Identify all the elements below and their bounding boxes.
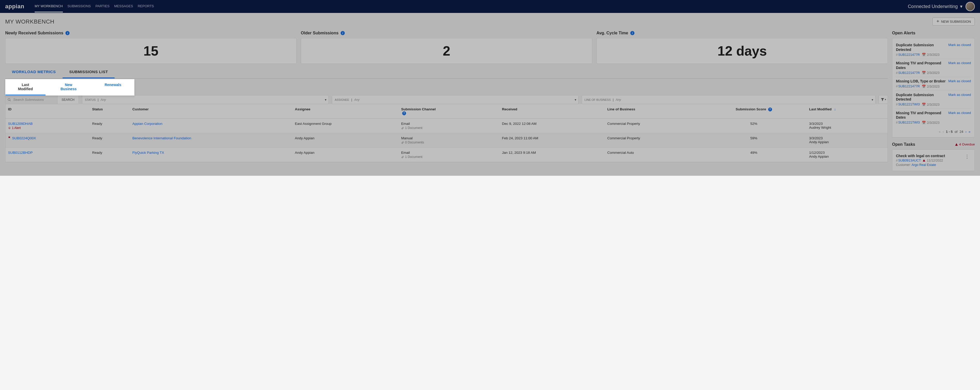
documents-line: 1 Document [401,155,497,159]
task-customer-link[interactable]: Argo Real Estate [912,163,936,167]
score-cell: 52% [701,119,807,133]
help-icon[interactable]: ? [402,111,406,115]
alert-title: Duplicate Submission Detected [896,93,946,102]
pager-prev-icon[interactable]: ‹ [943,130,944,134]
open-alerts-title: Open Alerts [892,31,975,35]
task-item: Check with legal on contract#SUB0913AUCT… [895,152,972,168]
tab-submissions-list[interactable]: SUBMISSIONS LIST [63,66,115,78]
alert-sub-link[interactable]: SUB1221TWI3 [898,121,920,124]
task-sub-link[interactable]: SUB0913AUCT [898,159,921,162]
mark-closed-link[interactable]: Mark as closed [948,79,971,83]
app-name-dropdown[interactable]: Connected Underwriting ▾ [908,4,963,9]
pager-next-icon[interactable]: › [965,130,966,134]
alert-item: Missing LOB, Type or Broker#SUB1221477R📅… [895,77,972,91]
nav-my-workbench[interactable]: MY WORKBENCH [35,0,63,13]
lob-filter-value: Any [616,98,621,101]
alert-sub-link[interactable]: SUB1221TWI3 [898,103,920,106]
received-cell: Feb 24, 2023 11:00 AM [500,133,605,147]
nav-messages[interactable]: MESSAGES [114,0,133,13]
lob-cell: Commercial Auto [605,147,701,162]
alert-sub-link[interactable]: SUB1221477R [898,71,920,75]
customer-link[interactable]: Benevolence International Foundation [132,136,191,140]
kpi-older-label: Older Submissions [301,31,339,35]
lob-cell: Commercial Property [605,119,701,133]
alert-date: 2/3/2023 [927,103,940,106]
mark-closed-link[interactable]: Mark as closed [948,61,971,65]
col-channel[interactable]: Submission Channel ? [399,104,500,119]
mark-closed-link[interactable]: Mark as closed [948,43,971,47]
caret-down-icon: ▾ [575,98,576,101]
col-assignee[interactable]: Assignee [292,104,399,119]
nav-reports[interactable]: REPORTS [138,0,154,13]
lob-filter[interactable]: LINE OF BUSINESS | Any ▾ [582,95,875,104]
help-icon[interactable]: ? [768,108,772,111]
search-button[interactable]: SEARCH [57,95,79,104]
col-lob[interactable]: Line of Business [605,104,701,119]
hash-icon: # [896,53,898,57]
col-status[interactable]: Status [89,104,130,119]
search-icon [8,98,11,101]
kpi-newly-label: Newly Received Submissions [5,31,64,35]
tab-new-business[interactable]: New Business [46,79,92,95]
warning-icon [955,143,958,146]
calendar-icon: 📅 [922,103,926,106]
page-title: MY WORKBENCH [5,18,54,25]
col-score-label: Submission Score [736,107,766,111]
filter-icon-button[interactable]: ▾ [878,95,888,104]
alert-sub-link[interactable]: SUB1221477R [898,84,920,88]
lob-cell: Commercial Property [605,133,701,147]
alert-item: Missing TIV and Proposed Dates#SUB122147… [895,59,972,77]
col-customer[interactable]: Customer [130,104,292,119]
flag-icon [8,136,11,139]
mark-closed-link[interactable]: Mark as closed [948,93,971,97]
tab-renewals[interactable]: Renewals [92,79,134,95]
channel-cell: Email1 Document [399,119,500,133]
submission-id-link[interactable]: SUB0112BHDP [8,151,33,155]
calendar-icon: 📅 [922,121,926,125]
received-cell: Jan 12, 2023 9:18 AM [500,147,605,162]
kpi-cycle-label: Avg. Cycle Time [597,31,628,35]
customer-link[interactable]: FlyQuick Parking TX [132,151,164,155]
score-cell: 59% [701,133,807,147]
last-modified-cell: 3/3/2023Audrey Wright [807,119,888,133]
assignee-filter[interactable]: ASSIGNEE | Any ▾ [332,95,579,104]
hash-icon: # [896,121,898,124]
top-nav: appian MY WORKBENCH SUBMISSIONS PARTIES … [0,0,980,13]
col-score[interactable]: Submission Score ? [701,104,807,119]
alert-date: 2/3/2023 [927,121,940,125]
new-submission-label: NEW SUBMISSION [941,20,971,24]
bell-icon [8,127,11,130]
table-row: SUB1209DHAB1 AlertReadyAppian Corporatio… [5,119,888,133]
hash-icon: # [896,103,898,106]
alert-item: Missing TIV and Proposed Dates#SUB1221TW… [895,109,972,127]
info-icon[interactable]: i [630,31,635,35]
pager-last-icon[interactable]: » [969,130,970,134]
kebab-icon[interactable]: ⋮ [963,154,971,160]
new-submission-button[interactable]: NEW SUBMISSION [932,17,975,25]
info-icon[interactable]: i [340,31,345,35]
tab-last-modified[interactable]: Last Modified [5,79,46,95]
search-group: SEARCH [5,95,79,104]
submission-id-link[interactable]: SUB0224Q00X [12,136,36,140]
col-last-modified[interactable]: Last Modified ↓ [807,104,888,119]
status-filter[interactable]: STATUS | Any ▾ [82,95,329,104]
assignee-cell: Andy Appian [292,147,399,162]
tab-workload-metrics[interactable]: WORKLOAD METRICS [5,66,63,78]
mark-closed-link[interactable]: Mark as closed [948,111,971,115]
search-input[interactable] [5,95,57,104]
pager-first-icon[interactable]: « [939,130,941,134]
hash-icon: # [896,84,898,88]
customer-link[interactable]: Appian Corporation [132,122,162,125]
submission-id-link[interactable]: SUB1209DHAB [8,122,33,125]
alerts-pager: « ‹ 1 - 5 of 24 › » [895,129,972,135]
avatar[interactable] [966,2,975,11]
alert-sub-link[interactable]: SUB1221477R [898,53,920,57]
col-id[interactable]: ID [5,104,89,119]
info-icon[interactable]: i [65,31,70,35]
nav-submissions[interactable]: SUBMISSIONS [67,0,91,13]
nav-parties[interactable]: PARTIES [95,0,110,13]
sort-desc-icon: ↓ [834,107,836,111]
caret-down-icon: ▾ [885,98,886,101]
channel-cell: Email1 Document [399,147,500,162]
col-received[interactable]: Received [500,104,605,119]
